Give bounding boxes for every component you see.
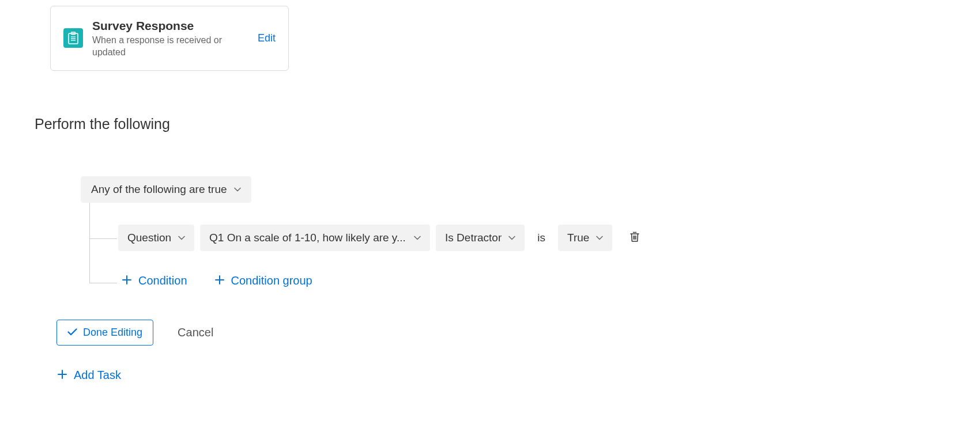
clipboard-icon xyxy=(63,28,83,48)
plus-icon xyxy=(215,274,224,287)
add-condition-label: Condition xyxy=(138,274,187,287)
tree-line xyxy=(89,238,117,239)
logic-mode-select[interactable]: Any of the following are true xyxy=(81,176,251,203)
add-condition-group-button[interactable]: Condition group xyxy=(215,274,312,287)
value-select[interactable]: True xyxy=(558,225,612,251)
chevron-down-icon xyxy=(178,236,185,240)
add-task-button[interactable]: Add Task xyxy=(58,369,121,382)
tree-line xyxy=(89,283,117,283)
trigger-title: Survey Response xyxy=(92,18,248,33)
operator-select[interactable]: Is Detractor xyxy=(436,225,525,251)
cancel-button[interactable]: Cancel xyxy=(178,326,213,339)
footer-row: Done Editing Cancel xyxy=(56,320,945,346)
delete-condition-button[interactable] xyxy=(625,227,644,248)
add-task-label: Add Task xyxy=(74,369,121,382)
edit-trigger-link[interactable]: Edit xyxy=(258,32,276,44)
trigger-text-block: Survey Response When a response is recei… xyxy=(92,18,248,59)
add-condition-button[interactable]: Condition xyxy=(122,274,187,287)
field-type-select[interactable]: Question xyxy=(118,225,194,251)
trigger-card: Survey Response When a response is recei… xyxy=(50,6,289,71)
question-select[interactable]: Q1 On a scale of 1-10, how likely are y.… xyxy=(200,225,430,251)
is-text: is xyxy=(530,232,552,244)
chevron-down-icon xyxy=(414,236,421,240)
done-editing-button[interactable]: Done Editing xyxy=(56,320,153,346)
logic-mode-label: Any of the following are true xyxy=(91,183,227,196)
tree-line xyxy=(89,203,90,283)
chevron-down-icon xyxy=(234,187,241,192)
field-type-label: Question xyxy=(127,232,171,244)
trash-icon xyxy=(630,231,640,245)
add-condition-group-label: Condition group xyxy=(231,274,312,287)
condition-area: Question Q1 On a scale of 1-10, how like… xyxy=(89,203,945,287)
chevron-down-icon xyxy=(508,236,515,240)
operator-label: Is Detractor xyxy=(445,232,502,244)
check-icon xyxy=(67,327,77,339)
condition-row: Question Q1 On a scale of 1-10, how like… xyxy=(118,203,945,251)
plus-icon xyxy=(58,369,67,382)
done-editing-label: Done Editing xyxy=(83,327,142,339)
section-heading: Perform the following xyxy=(35,116,945,132)
trigger-subtitle: When a response is received or updated xyxy=(92,35,248,59)
chevron-down-icon xyxy=(596,236,603,240)
value-label: True xyxy=(567,232,589,244)
plus-icon xyxy=(122,274,131,287)
question-label: Q1 On a scale of 1-10, how likely are y.… xyxy=(209,232,406,244)
add-condition-row: Condition Condition group xyxy=(122,274,945,287)
